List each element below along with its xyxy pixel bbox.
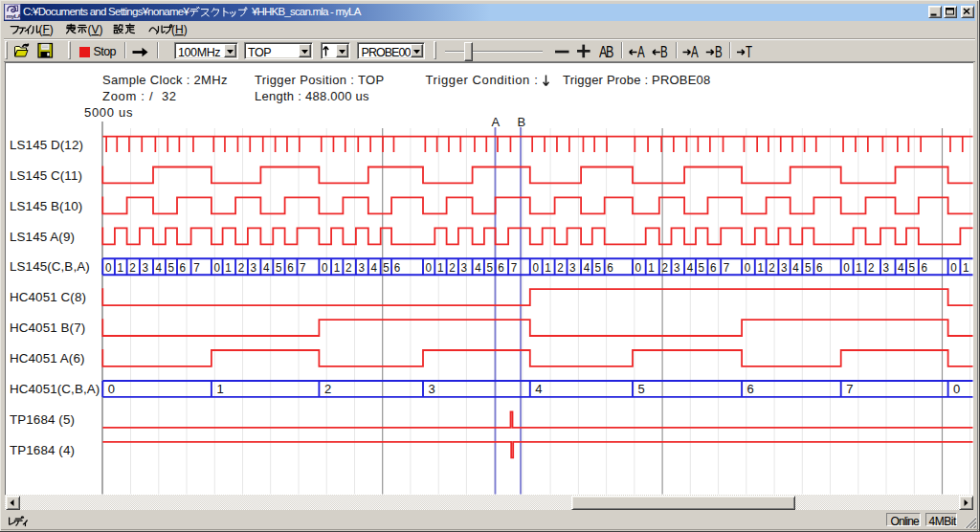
svg-text:2: 2 [324,382,331,396]
svg-text:2: 2 [661,260,668,275]
svg-text:0: 0 [108,382,115,396]
svg-text:4: 4 [898,260,904,275]
svg-text:1: 1 [648,260,655,275]
svg-text:6: 6 [394,260,401,275]
svg-text:2: 2 [449,260,456,275]
svg-text:1: 1 [437,260,444,275]
svg-text:6: 6 [710,260,717,275]
svg-text:1: 1 [225,260,232,275]
svg-text:0: 0 [532,260,539,275]
svg-text:HC4051 A(6): HC4051 A(6) [10,351,85,366]
svg-text:LS145 D(12): LS145 D(12) [10,138,83,152]
svg-text:5: 5 [909,260,916,275]
svg-text:HC4051 C(8): HC4051 C(8) [10,290,86,304]
svg-text:0: 0 [745,260,751,275]
svg-text:5: 5 [276,260,282,275]
svg-text:0: 0 [953,382,960,396]
svg-text:3: 3 [781,260,788,275]
svg-text:3: 3 [143,260,149,275]
svg-text:(H): (H) [171,23,188,36]
svg-text:0: 0 [635,260,642,275]
svg-text:2: 2 [238,260,245,275]
svg-text:(F): (F) [39,23,54,36]
svg-text:7: 7 [724,260,730,275]
svg-text:6: 6 [816,260,823,275]
svg-text:5: 5 [699,260,705,275]
svg-text:3: 3 [569,260,576,275]
svg-text:6: 6 [607,260,613,275]
svg-text:5: 5 [383,260,390,275]
svg-text:2: 2 [868,260,875,275]
svg-text:2: 2 [345,260,352,275]
svg-text:6: 6 [747,382,754,396]
svg-text:2: 2 [129,260,136,275]
svg-text:1: 1 [334,260,341,275]
svg-text:4: 4 [687,260,694,275]
svg-text:1: 1 [545,260,551,275]
svg-text:0: 0 [426,260,433,275]
svg-text:1: 1 [216,382,223,396]
svg-text:0: 0 [950,260,957,275]
svg-text:1: 1 [963,260,969,275]
svg-text:0: 0 [214,260,221,275]
svg-text:4: 4 [370,260,377,275]
svg-text:4: 4 [792,260,799,275]
svg-text:6: 6 [498,260,504,275]
svg-text:7: 7 [300,260,306,275]
svg-text:TP1684 (4): TP1684 (4) [10,443,75,457]
svg-text:5: 5 [168,260,175,275]
svg-text:3: 3 [359,260,366,275]
svg-text:5: 5 [594,260,601,275]
svg-text:0: 0 [105,260,112,275]
svg-text:7: 7 [193,260,200,275]
svg-text:4: 4 [156,260,163,275]
svg-text:TP1684 (5): TP1684 (5) [10,412,75,427]
svg-text:4: 4 [263,260,270,275]
svg-text:5: 5 [805,260,812,275]
svg-text:3: 3 [461,260,468,275]
svg-text:1: 1 [856,260,862,275]
svg-text:2: 2 [557,260,564,275]
svg-text:3: 3 [429,382,435,396]
svg-text:6: 6 [287,260,294,275]
svg-text:LS145 A(9): LS145 A(9) [10,230,75,244]
svg-text:LS145 B(10): LS145 B(10) [10,199,82,213]
svg-text:7: 7 [846,382,853,396]
svg-text:3: 3 [674,260,680,275]
svg-text:1: 1 [757,260,764,275]
svg-text:4: 4 [535,382,542,396]
svg-text:0: 0 [843,260,850,275]
svg-text:LS145 C(11): LS145 C(11) [10,168,82,183]
svg-text:HC4051(C,B,A): HC4051(C,B,A) [10,382,100,396]
svg-text:0: 0 [322,260,328,275]
svg-text:myLA: myLA [7,12,23,19]
svg-text:HC4051 B(7): HC4051 B(7) [10,321,85,335]
svg-text:7: 7 [511,260,518,275]
svg-text:1: 1 [118,260,124,275]
svg-text:3: 3 [251,260,257,275]
svg-text:LS145(C,B,A): LS145(C,B,A) [10,259,90,274]
svg-text:4: 4 [475,260,481,275]
svg-text:(V): (V) [88,23,103,36]
svg-text:2: 2 [768,260,775,275]
svg-text:6: 6 [921,260,927,275]
svg-text:5: 5 [638,382,645,396]
svg-text:3: 3 [883,260,890,275]
svg-text:4: 4 [584,260,590,275]
svg-text:6: 6 [180,260,187,275]
svg-text:5: 5 [487,260,494,275]
